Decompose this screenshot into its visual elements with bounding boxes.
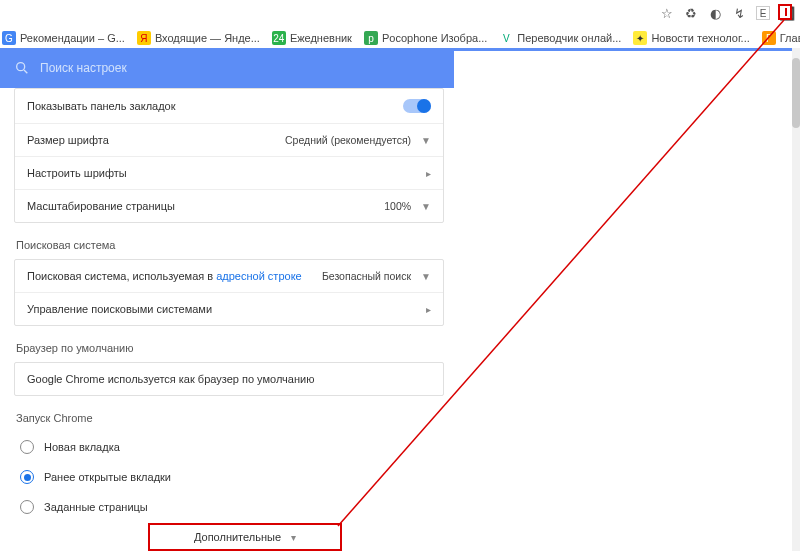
scrollbar[interactable]: [792, 48, 800, 551]
section-title-search: Поисковая система: [16, 239, 444, 251]
bookmarks-bar: GРекомендации – G... ЯВходящие — Янде...…: [0, 28, 800, 48]
bookmark-item[interactable]: ✦Новости технолог...: [633, 31, 749, 45]
svg-point-0: [17, 63, 25, 71]
toggle-on[interactable]: [403, 99, 431, 113]
row-label: Размер шрифта: [27, 134, 109, 146]
chevron-down-icon: ▼: [421, 201, 431, 212]
radio-continue[interactable]: Ранее открытые вкладки: [14, 462, 444, 492]
chevron-down-icon: ▼: [421, 135, 431, 146]
advanced-button[interactable]: Дополнительные ▾: [148, 523, 342, 551]
row-label: Управление поисковыми системами: [27, 303, 212, 315]
row-show-bookmarks-bar: Показывать панель закладок: [15, 89, 443, 123]
bookmark-item[interactable]: ГГлавред β: [762, 31, 800, 45]
row-default-browser: Google Chrome используется как браузер п…: [15, 363, 443, 395]
settings-content: Показывать панель закладок Размер шрифта…: [14, 88, 444, 522]
address-bar-link[interactable]: адресной строке: [216, 270, 302, 282]
row-font-size[interactable]: Размер шрифта Средний (рекомендуется)▼: [15, 123, 443, 156]
search-engine-card: Поисковая система, используемая в адресн…: [14, 259, 444, 326]
search-icon: [14, 60, 30, 76]
radio-icon: [20, 440, 34, 454]
bookmark-item[interactable]: VПереводчик онлай...: [499, 31, 621, 45]
scroll-thumb[interactable]: [792, 58, 800, 128]
star-icon[interactable]: ☆: [660, 6, 674, 20]
lang-icon[interactable]: E: [756, 6, 770, 20]
search-input[interactable]: [40, 61, 340, 75]
row-page-zoom[interactable]: Масштабирование страницы 100%▼: [15, 189, 443, 222]
radio-specific-pages[interactable]: Заданные страницы: [14, 492, 444, 522]
default-browser-card: Google Chrome используется как браузер п…: [14, 362, 444, 396]
row-label: Google Chrome используется как браузер п…: [27, 373, 314, 385]
toolbar-icons: ☆ ♻ ◐ ↯ E 🔲: [660, 6, 794, 20]
svg-line-1: [24, 70, 27, 73]
search-engine-dropdown[interactable]: Безопасный поиск▼: [322, 270, 431, 282]
bookmark-item[interactable]: GРекомендации – G...: [2, 31, 125, 45]
row-search-engine[interactable]: Поисковая система, используемая в адресн…: [15, 260, 443, 292]
chevron-down-icon: ▾: [291, 532, 296, 543]
callout-highlight: [778, 4, 792, 20]
appearance-card: Показывать панель закладок Размер шрифта…: [14, 88, 444, 223]
row-label: Поисковая система, используемая в адресн…: [27, 270, 302, 282]
loop-icon[interactable]: ↯: [732, 6, 746, 20]
sync-icon[interactable]: ◐: [708, 6, 722, 20]
bookmark-item[interactable]: ЯВходящие — Янде...: [137, 31, 260, 45]
radio-icon: [20, 500, 34, 514]
zoom-dropdown[interactable]: 100%▼: [384, 200, 431, 212]
bookmark-item[interactable]: pPocophone Изобра...: [364, 31, 487, 45]
row-label: Показывать панель закладок: [27, 100, 176, 112]
recycle-icon[interactable]: ♻: [684, 6, 698, 20]
row-manage-search-engines[interactable]: Управление поисковыми системами ▸: [15, 292, 443, 325]
row-configure-fonts[interactable]: Настроить шрифты ▸: [15, 156, 443, 189]
startup-radios: Новая вкладка Ранее открытые вкладки Зад…: [14, 432, 444, 522]
chevron-down-icon: ▼: [421, 271, 431, 282]
radio-new-tab[interactable]: Новая вкладка: [14, 432, 444, 462]
chevron-right-icon: ▸: [426, 168, 431, 179]
section-title-browser: Браузер по умолчанию: [16, 342, 444, 354]
radio-icon-selected: [20, 470, 34, 484]
font-size-dropdown[interactable]: Средний (рекомендуется)▼: [285, 134, 431, 146]
row-label: Масштабирование страницы: [27, 200, 175, 212]
header-accent: [454, 48, 792, 51]
settings-search-bar[interactable]: [0, 48, 454, 88]
bookmark-item[interactable]: 24Ежедневник: [272, 31, 352, 45]
row-label: Настроить шрифты: [27, 167, 127, 179]
section-title-startup: Запуск Chrome: [16, 412, 444, 424]
chevron-right-icon: ▸: [426, 304, 431, 315]
